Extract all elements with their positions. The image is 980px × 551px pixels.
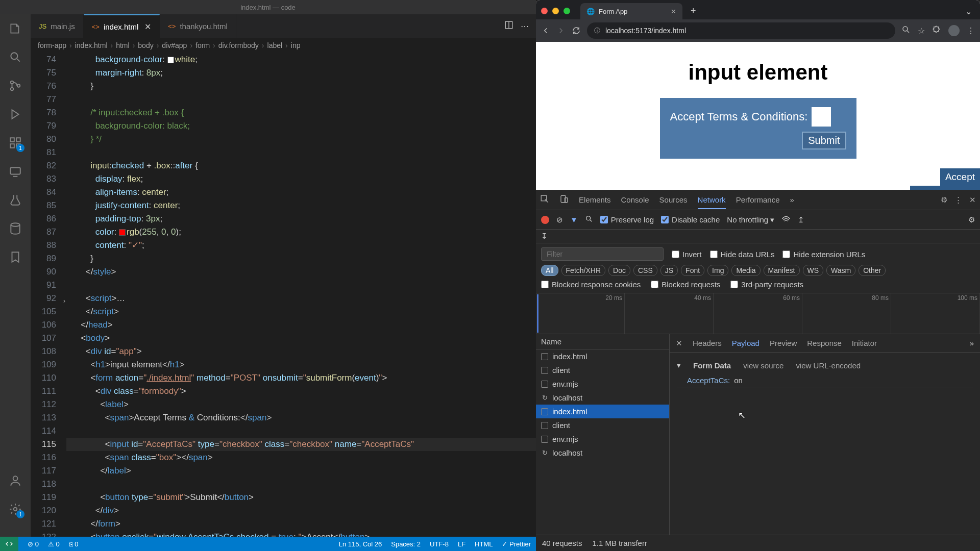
browser-tab[interactable]: 🌐 Form App ✕: [580, 3, 682, 19]
status-encoding[interactable]: UTF-8: [430, 540, 449, 548]
request-row[interactable]: client: [536, 363, 669, 377]
zoom-icon[interactable]: [901, 25, 911, 36]
search-icon[interactable]: [7, 49, 23, 65]
tab-close-icon[interactable]: ✕: [144, 22, 151, 32]
source-control-icon[interactable]: [7, 78, 23, 94]
close-detail-icon[interactable]: ✕: [676, 339, 682, 348]
type-filter-manifest[interactable]: Manifest: [764, 265, 800, 276]
window-min-icon[interactable]: ⌄: [960, 4, 977, 19]
extensions-puzzle-icon[interactable]: [932, 25, 941, 36]
code-editor[interactable]: 74757677787980818283848586878889909192›1…: [31, 53, 536, 537]
split-editor-icon[interactable]: [504, 20, 513, 32]
hide-data-urls-checkbox[interactable]: Hide data URLs: [710, 250, 775, 259]
editor-tab-thankyou.html[interactable]: <>thankyou.html: [160, 14, 236, 38]
devtools-tab-performance[interactable]: Performance: [736, 195, 780, 204]
hide-ext-urls-checkbox[interactable]: Hide extension URLs: [782, 250, 865, 259]
status-warnings[interactable]: ⚠ 0: [48, 540, 60, 548]
export-har-icon[interactable]: ⚙: [968, 215, 975, 224]
breadcrumb-item[interactable]: form-app: [38, 41, 66, 49]
accounts-icon[interactable]: [7, 472, 23, 489]
breadcrumb-item[interactable]: label: [267, 41, 283, 49]
breadcrumbs[interactable]: form-app›index.html›html›body›div#app›fo…: [31, 38, 536, 53]
type-filter-wasm[interactable]: Wasm: [826, 265, 855, 276]
search-net-icon[interactable]: [585, 215, 593, 224]
remote-status-icon[interactable]: [0, 537, 18, 551]
record-icon[interactable]: [541, 216, 549, 224]
filter-input[interactable]: [541, 247, 664, 261]
more-actions-icon[interactable]: ⋯: [521, 21, 529, 31]
chrome-menu-icon[interactable]: ⋮: [967, 26, 975, 36]
terms-checkbox[interactable]: [812, 107, 831, 127]
type-filter-media[interactable]: Media: [731, 265, 760, 276]
remote-icon[interactable]: [7, 163, 23, 180]
status-prettier[interactable]: ✓ Prettier: [502, 540, 531, 548]
devtools-tab-network[interactable]: Network: [698, 195, 726, 209]
tab-close-icon[interactable]: ✕: [671, 8, 676, 15]
form-data-caret[interactable]: ▾: [677, 361, 681, 370]
devtools-settings-icon[interactable]: ⚙: [941, 195, 947, 205]
detail-tab-headers[interactable]: Headers: [693, 339, 722, 347]
request-row[interactable]: localhost: [536, 391, 669, 405]
detail-tab-preview[interactable]: Preview: [770, 339, 797, 347]
request-row[interactable]: client: [536, 418, 669, 432]
accept-button[interactable]: Accept: [940, 168, 980, 186]
window-controls[interactable]: [541, 8, 570, 14]
settings-gear-icon[interactable]: 1: [7, 501, 23, 517]
editor-tab-index.html[interactable]: <>index.html✕: [84, 14, 160, 38]
breadcrumb-item[interactable]: inp: [291, 41, 301, 49]
request-row[interactable]: localhost: [536, 446, 669, 460]
devtools-tab-elements[interactable]: Elements: [579, 195, 611, 204]
database-icon[interactable]: [7, 220, 23, 237]
run-debug-icon[interactable]: [7, 106, 23, 122]
status-ports[interactable]: ⎘ 0: [69, 540, 79, 548]
devtools-menu-icon[interactable]: ⋮: [954, 195, 962, 205]
do-not-accept-button[interactable]: Do not accept: [910, 186, 980, 190]
download-icon[interactable]: ↧: [541, 232, 548, 240]
new-tab-button[interactable]: +: [687, 3, 700, 19]
profile-avatar[interactable]: [948, 25, 960, 36]
status-spaces[interactable]: Spaces: 2: [391, 540, 421, 548]
network-timeline[interactable]: 20 ms40 ms60 ms80 ms100 ms: [536, 293, 980, 334]
import-har-icon[interactable]: ↥: [798, 215, 804, 224]
type-filter-img[interactable]: Img: [707, 265, 728, 276]
more-detail-tabs-icon[interactable]: »: [970, 339, 974, 347]
editor-tab-main.js[interactable]: JSmain.js: [31, 14, 84, 38]
testing-icon[interactable]: [7, 192, 23, 208]
breadcrumb-item[interactable]: form: [195, 41, 210, 49]
devtools-tab-sources[interactable]: Sources: [659, 195, 688, 204]
name-column-header[interactable]: Name: [536, 334, 669, 349]
extensions-icon[interactable]: 1: [7, 135, 23, 151]
breadcrumb-item[interactable]: html: [116, 41, 129, 49]
filter-toggle-icon[interactable]: ▼: [570, 215, 578, 224]
view-source-link[interactable]: view source: [743, 361, 783, 370]
status-cursor[interactable]: Ln 115, Col 26: [339, 540, 382, 548]
devtools-close-icon[interactable]: ✕: [969, 195, 976, 205]
third-party-checkbox[interactable]: 3rd-party requests: [730, 280, 803, 289]
view-url-encoded-link[interactable]: view URL-encoded: [796, 361, 861, 370]
bookmark-icon[interactable]: [7, 249, 23, 265]
disable-cache-checkbox[interactable]: Disable cache: [661, 215, 720, 224]
clear-icon[interactable]: ⊘: [556, 215, 563, 224]
type-filter-all[interactable]: All: [541, 265, 558, 276]
forward-icon[interactable]: [556, 26, 566, 35]
detail-tab-payload[interactable]: Payload: [732, 339, 760, 347]
status-errors[interactable]: ⊘ 0: [28, 540, 39, 548]
detail-tab-response[interactable]: Response: [807, 339, 842, 347]
type-filter-other[interactable]: Other: [859, 265, 886, 276]
breadcrumb-item[interactable]: div.formbody: [218, 41, 259, 49]
status-language[interactable]: HTML: [475, 540, 493, 548]
network-conditions-icon[interactable]: [781, 214, 791, 225]
request-row[interactable]: env.mjs: [536, 377, 669, 391]
type-filter-css[interactable]: CSS: [633, 265, 657, 276]
address-bar[interactable]: ⓘ localhost:5173/index.html: [587, 22, 895, 39]
preserve-log-checkbox[interactable]: Preserve log: [600, 215, 654, 224]
inspect-icon[interactable]: [540, 194, 549, 205]
submit-button[interactable]: Submit: [802, 132, 846, 149]
reload-icon[interactable]: [572, 26, 581, 35]
detail-tab-initiator[interactable]: Initiator: [852, 339, 877, 347]
type-filter-ws[interactable]: WS: [803, 265, 824, 276]
device-toggle-icon[interactable]: [559, 194, 569, 205]
back-icon[interactable]: [541, 26, 550, 35]
type-filter-fetch-xhr[interactable]: Fetch/XHR: [561, 265, 605, 276]
invert-checkbox[interactable]: Invert: [672, 250, 702, 259]
